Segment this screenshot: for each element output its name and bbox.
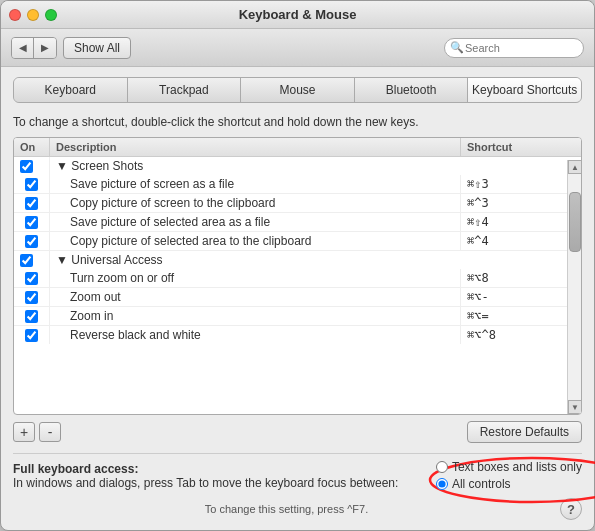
row-shortcut: ⌘⌥^8: [461, 326, 581, 344]
checkbox-2[interactable]: [25, 197, 38, 210]
add-shortcut-button[interactable]: +: [13, 422, 35, 442]
table-row: Zoom out ⌘⌥-: [14, 288, 581, 307]
tab-bar: Keyboard Trackpad Mouse Bluetooth Keyboa…: [13, 77, 582, 103]
row-desc: Copy picture of screen to the clipboard: [50, 194, 461, 212]
checkbox-1[interactable]: [25, 178, 38, 191]
table-row: Reverse black and white ⌘⌥^8: [14, 326, 581, 344]
checkbox-4[interactable]: [25, 235, 38, 248]
row-check: [14, 175, 50, 193]
group-check-screenshots: [14, 157, 50, 175]
table-row: Turn zoom on or off ⌘⌥8: [14, 269, 581, 288]
radio-text-boxes[interactable]: [436, 461, 448, 473]
radio-all-controls[interactable]: [436, 478, 448, 490]
radio-group: Text boxes and lists only All controls: [436, 460, 582, 491]
radio-text-boxes-label[interactable]: Text boxes and lists only: [436, 460, 582, 474]
row-check: [14, 307, 50, 325]
traffic-lights: [9, 9, 57, 21]
nav-buttons: ◀ ▶: [11, 37, 57, 59]
checkbox-6[interactable]: [25, 291, 38, 304]
row-shortcut: ⌘⌥-: [461, 288, 581, 306]
group-shortcut-universal: [461, 251, 581, 269]
row-desc: Zoom out: [50, 288, 461, 306]
row-shortcut: ⌘^4: [461, 232, 581, 250]
keyboard-access-section: Full keyboard access: In windows and dia…: [13, 453, 582, 520]
toolbar: ◀ ▶ Show All 🔍: [1, 29, 594, 67]
row-desc: Save picture of screen as a file: [50, 175, 461, 193]
search-input[interactable]: [444, 38, 584, 58]
radio-text-boxes-label-text: Text boxes and lists only: [452, 460, 582, 474]
content-area: Keyboard Trackpad Mouse Bluetooth Keyboa…: [1, 67, 594, 530]
row-shortcut: ⌘⇧4: [461, 213, 581, 231]
restore-defaults-button[interactable]: Restore Defaults: [467, 421, 582, 443]
back-button[interactable]: ◀: [12, 38, 34, 58]
access-bottom: To change this setting, press ^F7. ?: [13, 498, 582, 520]
group-shortcut-screenshots: [461, 157, 581, 175]
row-check: [14, 326, 50, 344]
table-row: Copy picture of screen to the clipboard …: [14, 194, 581, 213]
scroll-up-arrow[interactable]: ▲: [568, 160, 582, 174]
shortcuts-table: On Description Shortcut ▼ Screen Shots S…: [13, 137, 582, 415]
group-row-universal: ▼ Universal Access: [14, 251, 581, 269]
group-check-universal: [14, 251, 50, 269]
table-body: ▼ Screen Shots Save picture of screen as…: [14, 157, 581, 414]
tab-keyboard[interactable]: Keyboard: [14, 78, 128, 102]
group-checkbox-universal[interactable]: [20, 254, 33, 267]
forward-button[interactable]: ▶: [34, 38, 56, 58]
header-shortcut: Shortcut: [461, 138, 581, 156]
radio-all-controls-label[interactable]: All controls: [436, 477, 582, 491]
row-check: [14, 269, 50, 287]
row-shortcut: ⌘^3: [461, 194, 581, 212]
instruction-text: To change a shortcut, double-click the s…: [13, 115, 582, 129]
row-desc: Zoom in: [50, 307, 461, 325]
help-button[interactable]: ?: [560, 498, 582, 520]
minimize-button[interactable]: [27, 9, 39, 21]
row-desc: Copy picture of selected area to the cli…: [50, 232, 461, 250]
tab-keyboard-shortcuts[interactable]: Keyboard Shortcuts: [468, 78, 581, 102]
row-shortcut: ⌘⌥=: [461, 307, 581, 325]
group-label-universal: ▼ Universal Access: [50, 251, 461, 269]
checkbox-7[interactable]: [25, 310, 38, 323]
table-row: Zoom in ⌘⌥=: [14, 307, 581, 326]
group-label-screenshots: ▼ Screen Shots: [50, 157, 461, 175]
window-title: Keyboard & Mouse: [239, 7, 357, 22]
row-check: [14, 288, 50, 306]
header-on: On: [14, 138, 50, 156]
tab-bluetooth[interactable]: Bluetooth: [355, 78, 469, 102]
row-check: [14, 232, 50, 250]
row-desc: Reverse black and white: [50, 326, 461, 344]
tab-trackpad[interactable]: Trackpad: [128, 78, 242, 102]
radio-all-controls-label-text: All controls: [452, 477, 511, 491]
scrollbar[interactable]: ▲ ▼: [567, 160, 581, 414]
keyboard-access-desc: In windows and dialogs, press Tab to mov…: [13, 476, 428, 490]
row-shortcut: ⌘⇧3: [461, 175, 581, 193]
main-window: Keyboard & Mouse ◀ ▶ Show All 🔍 Keyboard…: [0, 0, 595, 531]
maximize-button[interactable]: [45, 9, 57, 21]
titlebar: Keyboard & Mouse: [1, 1, 594, 29]
row-shortcut: ⌘⌥8: [461, 269, 581, 287]
checkbox-3[interactable]: [25, 216, 38, 229]
row-check: [14, 194, 50, 212]
table-row: Save picture of selected area as a file …: [14, 213, 581, 232]
group-row-screenshots: ▼ Screen Shots: [14, 157, 581, 175]
tab-mouse[interactable]: Mouse: [241, 78, 355, 102]
table-row: Copy picture of selected area to the cli…: [14, 232, 581, 251]
search-wrapper: 🔍: [444, 38, 584, 58]
header-description: Description: [50, 138, 461, 156]
scroll-down-arrow[interactable]: ▼: [568, 400, 582, 414]
row-desc: Turn zoom on or off: [50, 269, 461, 287]
scrollbar-thumb[interactable]: [569, 192, 581, 252]
bottom-bar: + - Restore Defaults: [13, 421, 582, 443]
table-header: On Description Shortcut: [14, 138, 581, 157]
checkbox-5[interactable]: [25, 272, 38, 285]
row-desc: Save picture of selected area as a file: [50, 213, 461, 231]
close-button[interactable]: [9, 9, 21, 21]
row-check: [14, 213, 50, 231]
group-checkbox-screenshots[interactable]: [20, 160, 33, 173]
show-all-button[interactable]: Show All: [63, 37, 131, 59]
checkbox-8[interactable]: [25, 329, 38, 342]
table-row: Save picture of screen as a file ⌘⇧3: [14, 175, 581, 194]
keyboard-access-title: Full keyboard access:: [13, 462, 138, 476]
remove-shortcut-button[interactable]: -: [39, 422, 61, 442]
access-note: To change this setting, press ^F7.: [13, 503, 560, 515]
